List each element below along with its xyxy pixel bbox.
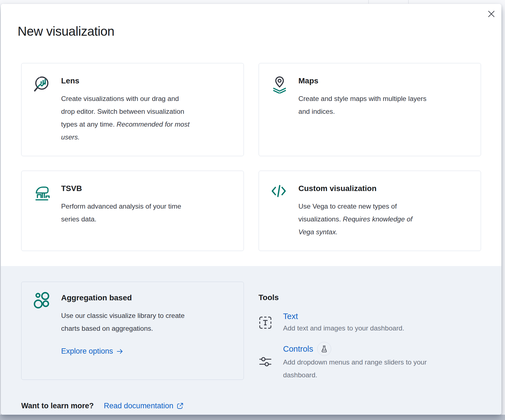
card-content: TSVB Perform advanced analysis of your t… [61, 183, 232, 238]
close-icon [487, 10, 495, 18]
footer-grid: Aggregation based Use our classic visual… [21, 282, 481, 389]
card-description-text: Create and style maps with multiple laye… [299, 95, 427, 115]
tool-description: Add dropdown menus and range sliders to … [283, 356, 427, 382]
controls-link[interactable]: Controls [283, 343, 313, 354]
card-description: Create visualizations with our drag and … [61, 92, 232, 144]
card-title: TSVB [61, 184, 232, 193]
read-documentation-link[interactable]: Read documentation [104, 402, 184, 410]
card-title: Custom visualization [299, 184, 469, 193]
card-description-text: Perform advanced analysis of your time s… [61, 202, 181, 223]
explore-options-link[interactable]: Explore options [61, 347, 124, 356]
lens-icon [33, 76, 51, 144]
background-divider [408, 0, 409, 4]
page-background: New visualization Lens [0, 0, 505, 420]
lab-badge [317, 342, 331, 356]
card-description: Use our classic visualize library to cre… [61, 309, 232, 335]
arrow-right-icon [116, 348, 124, 355]
modal-footer-section: Aggregation based Use our classic visual… [1, 266, 501, 415]
tool-text: Text Add text and images to your dashboa… [259, 311, 481, 335]
card-title: Lens [61, 76, 232, 86]
page-shadow-area [0, 415, 505, 420]
external-link-icon [177, 402, 184, 409]
tool-controls: Controls Add dropdown menus and rang [259, 342, 481, 382]
card-custom-visualization[interactable]: Custom visualization Use Vega to create … [259, 171, 481, 251]
card-tsvb[interactable]: TSVB Perform advanced analysis of your t… [21, 171, 244, 251]
background-divider [368, 0, 369, 4]
tool-content: Text Add text and images to your dashboa… [283, 311, 404, 335]
close-button[interactable] [487, 9, 496, 18]
card-content: Maps Create and style maps with multiple… [299, 76, 469, 144]
card-lens[interactable]: Lens Create visualizations with our drag… [21, 63, 244, 156]
read-documentation-label: Read documentation [104, 402, 173, 410]
tool-description: Add text and images to your dashboard. [283, 322, 404, 335]
maps-icon [271, 76, 288, 144]
card-title: Maps [299, 76, 469, 86]
card-title: Aggregation based [61, 293, 232, 303]
text-link[interactable]: Text [283, 311, 298, 322]
beaker-icon [320, 345, 328, 353]
tools-heading: Tools [259, 293, 481, 302]
aggregation-icon [33, 291, 51, 367]
learn-more-prompt: Want to learn more? [21, 402, 94, 410]
modal-title: New visualization [1, 4, 501, 39]
text-tool-icon [259, 316, 272, 329]
card-description: Create and style maps with multiple laye… [299, 92, 469, 118]
tsvb-icon [33, 183, 51, 238]
visualization-cards: Lens Create visualizations with our drag… [21, 63, 481, 251]
card-maps[interactable]: Maps Create and style maps with multiple… [259, 63, 481, 156]
learn-more-row: Want to learn more? Read documentation [21, 402, 481, 410]
card-content: Aggregation based Use our classic visual… [61, 291, 232, 367]
tool-content: Controls Add dropdown menus and rang [283, 342, 427, 382]
card-content: Custom visualization Use Vega to create … [299, 183, 469, 238]
explore-options-label: Explore options [61, 347, 113, 356]
code-icon [271, 183, 288, 238]
card-description: Perform advanced analysis of your time s… [61, 200, 232, 226]
tools-section: Tools [259, 282, 481, 389]
card-aggregation-based: Aggregation based Use our classic visual… [21, 282, 244, 380]
sliders-icon [259, 355, 272, 368]
card-content: Lens Create visualizations with our drag… [61, 76, 232, 144]
card-description: Use Vega to create new types of visualiz… [299, 200, 469, 238]
new-visualization-modal: New visualization Lens [1, 4, 501, 415]
